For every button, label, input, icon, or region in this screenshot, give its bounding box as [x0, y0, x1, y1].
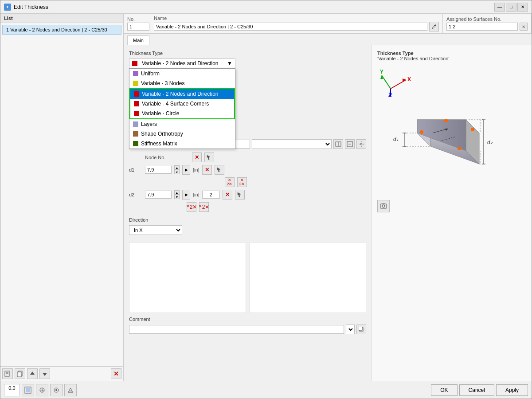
d1-label: d1	[129, 167, 142, 172]
swatch-uniform	[133, 71, 138, 76]
view-icon-2	[39, 387, 46, 394]
d2-pick-btn[interactable]	[235, 190, 245, 200]
x-icon-d1: ✕	[205, 167, 209, 173]
move-up-button[interactable]	[27, 368, 38, 379]
label-layers: Layers	[141, 121, 157, 127]
option-var3nodes[interactable]: Variable - 3 Nodes	[129, 78, 235, 88]
swatch-stiffness-matrix	[133, 141, 138, 146]
option-layers[interactable]: Layers	[129, 119, 235, 129]
d1-input[interactable]	[145, 166, 172, 174]
name-cell: Name	[150, 14, 443, 33]
option-stiffness-matrix[interactable]: Stiffness Matrix	[129, 139, 235, 149]
pencil-icon	[431, 23, 437, 30]
view-icon-3	[53, 387, 60, 394]
svg-point-11	[360, 143, 362, 145]
maximize-button[interactable]: □	[506, 3, 516, 12]
option-varcircle[interactable]: Variable - Circle	[130, 109, 234, 118]
d2-spin-down[interactable]: ▼	[174, 195, 180, 199]
material-book-button[interactable]	[333, 139, 343, 149]
surfaces-input[interactable]	[446, 23, 518, 31]
comment-dropdown[interactable]	[346, 325, 355, 334]
new-item-button[interactable]	[2, 368, 13, 379]
option-var4corners[interactable]: Variable - 4 Surface Corners	[130, 99, 234, 109]
bottom-tools: 0.0	[4, 384, 77, 396]
svg-point-50	[458, 147, 461, 150]
delete-item-button[interactable]: ✕	[111, 368, 121, 379]
d1-spin-down[interactable]: ▼	[174, 170, 180, 174]
move-down-button[interactable]	[39, 368, 50, 379]
preview-panel: Thickness Type 'Variable - 2 Nodes and D…	[372, 45, 532, 381]
material-select[interactable]	[252, 139, 332, 149]
surfaces-clear-button[interactable]: ✕	[520, 23, 528, 31]
option-uniform[interactable]: Uniform	[129, 69, 235, 78]
d2-unit: [in]	[193, 192, 200, 197]
d1-spin-up[interactable]: ▲	[174, 165, 180, 170]
node-select-btn1[interactable]: ✕	[192, 153, 202, 162]
material-edit-button[interactable]	[345, 139, 355, 149]
label-var3nodes: Variable - 3 Nodes	[141, 80, 185, 86]
edit-icon	[347, 141, 353, 147]
label-shape-orthotropy: Shape Orthotropy	[141, 131, 183, 137]
type-color-swatch	[132, 61, 137, 66]
d2-input[interactable]	[145, 191, 172, 199]
close-button[interactable]: ✕	[517, 3, 528, 12]
pick-icon-1	[207, 155, 212, 160]
option-var2nodes[interactable]: Variable - 2 Nodes and Direction	[130, 89, 234, 99]
apply-button[interactable]: Apply	[496, 384, 528, 396]
d1-select-btn[interactable]: ✕	[202, 165, 212, 175]
label-uniform: Uniform	[141, 70, 160, 77]
node2-input[interactable]	[202, 191, 220, 199]
name-edit-button[interactable]	[429, 22, 439, 31]
view-btn4[interactable]	[64, 384, 77, 396]
zoom-display: 0.0	[4, 384, 20, 396]
shape-diagram: d₁ d₂	[377, 106, 526, 196]
swatch-var4corners	[134, 101, 139, 106]
d1-direction-btn[interactable]: ▶	[182, 165, 190, 175]
d2-spin-up[interactable]: ▲	[174, 190, 180, 195]
comment-copy-btn[interactable]	[356, 325, 366, 334]
copy-item-button[interactable]	[15, 368, 25, 379]
view-btn1[interactable]	[22, 384, 34, 396]
view-btn2[interactable]	[36, 384, 48, 396]
material-settings-button[interactable]	[356, 139, 366, 149]
d2-2x-btn2[interactable]: ✕2✕	[199, 202, 209, 212]
minimize-button[interactable]: —	[494, 3, 505, 12]
titlebar-buttons: — □ ✕	[494, 3, 528, 12]
d2-select-btn[interactable]: ✕	[223, 190, 232, 200]
label-stiffness-matrix: Stiffness Matrix	[141, 141, 177, 147]
tab-bar: Main	[124, 34, 532, 45]
type-info-label: Thickness Type	[377, 51, 526, 56]
view-btn3[interactable]	[50, 384, 63, 396]
comment-section: Comment	[129, 317, 366, 334]
surfaces-cell: Assigned to Surfaces No. ✕	[443, 14, 532, 33]
no-label: No.	[127, 16, 146, 22]
no-input[interactable]	[127, 23, 149, 31]
name-input[interactable]	[154, 23, 427, 31]
direction-section: Direction In X In Y In Z Projection X Pr…	[129, 217, 366, 235]
svg-marker-5	[30, 372, 35, 375]
d2-direction-btn[interactable]: ▶	[182, 190, 190, 200]
swatch-var2nodes	[134, 91, 139, 97]
screenshot-button[interactable]	[377, 200, 390, 212]
ok-button[interactable]: OK	[431, 384, 457, 396]
tab-main[interactable]: Main	[127, 35, 149, 45]
svg-rect-20	[359, 327, 362, 330]
d2-spinner: ▲ ▼	[174, 190, 180, 199]
d1-pick-btn[interactable]	[215, 165, 224, 175]
list-item[interactable]: 1 Variable - 2 Nodes and Direction | 2 -…	[2, 25, 121, 35]
option-shape-orthotropy[interactable]: Shape Orthotropy	[129, 129, 235, 139]
d1-2x-btn1[interactable]: ✕2✕	[225, 177, 235, 187]
d1-2x-btn2[interactable]: ✕2✕	[237, 177, 247, 187]
direction-select[interactable]: In X In Y In Z Projection X Projection Y	[129, 225, 182, 235]
thickness-type-label: Thickness Type	[129, 51, 366, 56]
d2-subrow: ✕2✕ ✕2✕	[187, 202, 366, 212]
thickness-type-dropdown-wrapper: Variable - 2 Nodes and Direction ▼ Unifo…	[129, 59, 366, 68]
comment-input[interactable]	[129, 325, 344, 334]
cancel-button[interactable]: Cancel	[459, 384, 494, 396]
node-pick-btn1[interactable]	[204, 153, 214, 162]
svg-point-49	[420, 130, 423, 134]
d2-2x-btn1[interactable]: ✕2✕	[187, 202, 196, 212]
d1-row: d1 ▲ ▼ ▶ [in] ✕	[129, 165, 366, 175]
thickness-type-select[interactable]: Variable - 2 Nodes and Direction ▼	[129, 59, 235, 68]
bottom-panels	[129, 242, 366, 313]
